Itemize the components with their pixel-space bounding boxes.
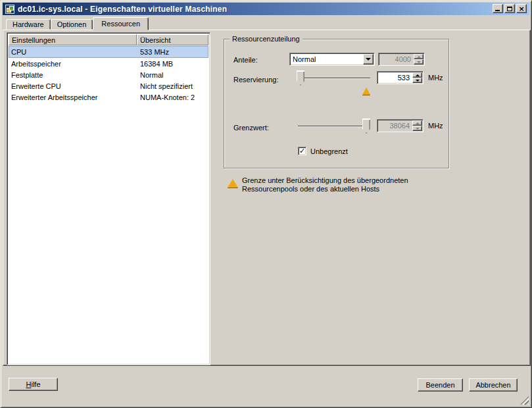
- warning-triangle-icon: [228, 179, 238, 188]
- grenzwert-spinner: 38064: [377, 119, 423, 132]
- list-item-erweiterter-arbeitsspeicher[interactable]: Erweiterter Arbeitsspeicher NUMA-Knoten:…: [9, 91, 208, 103]
- maximize-button[interactable]: [504, 4, 515, 13]
- column-header-uebersicht[interactable]: Übersicht: [137, 34, 208, 45]
- spin-down-button: [414, 59, 423, 64]
- spin-down-icon: [416, 128, 420, 130]
- grenzwert-slider-thumb[interactable]: [362, 118, 370, 134]
- help-button[interactable]: Hilfe: [9, 378, 58, 391]
- spin-down-icon: [417, 61, 421, 63]
- tab-label: Ressourcen: [101, 20, 140, 28]
- spin-down-button: [412, 126, 422, 131]
- tab-label: Optionen: [57, 20, 87, 28]
- spin-up-button[interactable]: [412, 72, 422, 78]
- vm-properties-dialog: dc01.ic-sys.local - Eigenschaften virtue…: [0, 0, 532, 408]
- spin-up-icon: [416, 74, 420, 76]
- reservierung-slider-thumb[interactable]: [297, 70, 304, 86]
- grenzwert-unit: MHz: [428, 122, 443, 130]
- settings-list: Einstellungen Übersicht CPU 533 MHz Arbe…: [7, 32, 210, 365]
- anteile-label: Anteile:: [233, 56, 258, 64]
- spin-up-button: [412, 120, 422, 126]
- grenzwert-slider-track[interactable]: [298, 126, 370, 127]
- reservierung-spinner[interactable]: 533: [377, 71, 423, 84]
- column-header-einstellungen[interactable]: Einstellungen: [9, 34, 137, 45]
- spin-down-button[interactable]: [412, 78, 422, 83]
- anteile-dropdown-value: Normal: [290, 55, 362, 63]
- warning-triangle-icon: [362, 88, 370, 95]
- ressourcen-tab-page: Einstellungen Übersicht CPU 533 MHz Arbe…: [3, 30, 531, 366]
- list-item-cpu[interactable]: CPU 533 MHz: [9, 46, 208, 58]
- minimize-icon: [495, 10, 500, 11]
- minimize-button[interactable]: [493, 4, 503, 13]
- list-item-erweiterte-cpu[interactable]: Erweiterte CPU Nicht spezifiziert: [9, 80, 208, 91]
- tabstrip: Hardware Optionen Ressourcen: [6, 17, 149, 30]
- close-icon: ×: [518, 5, 524, 13]
- cancel-button[interactable]: Abbrechen: [469, 378, 518, 392]
- anteile-spinner: 4000: [378, 53, 425, 66]
- tab-ressourcen[interactable]: Ressourcen: [93, 17, 149, 30]
- settings-list-body: CPU 533 MHz Arbeitsspeicher 16384 MB Fes…: [9, 46, 208, 103]
- unbegrenzt-checkbox-row[interactable]: ✓ Unbegrenzt: [298, 147, 348, 155]
- checkmark-icon: ✓: [299, 147, 305, 155]
- warning-line-2: Ressourcenpools oder des aktuellen Hosts: [242, 185, 449, 193]
- unbegrenzt-label: Unbegrenzt: [310, 147, 348, 155]
- settings-list-header: Einstellungen Übersicht: [9, 34, 208, 45]
- spin-up-icon: [416, 122, 420, 124]
- spin-up-icon: [417, 56, 421, 58]
- limit-warning-note: Grenze unter Berücksichtigung des überge…: [226, 176, 449, 193]
- finish-button[interactable]: Beenden: [418, 378, 463, 392]
- reservierung-value[interactable]: 533: [377, 72, 412, 84]
- group-title: Ressourcenzuteilung: [230, 35, 302, 43]
- window-title: dc01.ic-sys.local - Eigenschaften virtue…: [18, 5, 227, 14]
- tab-label: Hardware: [12, 20, 44, 28]
- resize-grip[interactable]: [520, 396, 529, 405]
- list-item-arbeitsspeicher[interactable]: Arbeitsspeicher 16384 MB: [9, 58, 208, 69]
- maximize-icon: [507, 7, 512, 11]
- warning-line-1: Grenze unter Berücksichtigung des überge…: [242, 176, 449, 185]
- ressourcenzuteilung-group: Ressourcenzuteilung Anteile: Normal 4000…: [224, 39, 449, 168]
- spin-up-button: [414, 54, 423, 59]
- dropdown-button[interactable]: [363, 54, 374, 64]
- list-item-festplatte[interactable]: Festplatte Normal: [9, 69, 208, 80]
- reservierung-label: Reservierung:: [233, 76, 278, 84]
- grenzwert-label: Grenzwert:: [233, 124, 269, 132]
- grenzwert-value: 38064: [377, 120, 412, 132]
- reservierung-slider-track[interactable]: [298, 78, 370, 79]
- tab-hardware[interactable]: Hardware: [6, 19, 51, 30]
- vmware-vm-icon: [5, 5, 14, 14]
- anteile-dropdown[interactable]: Normal: [289, 53, 375, 66]
- chevron-down-icon: [366, 58, 371, 61]
- tab-optionen[interactable]: Optionen: [51, 19, 93, 30]
- spin-down-icon: [416, 80, 420, 82]
- titlebar[interactable]: dc01.ic-sys.local - Eigenschaften virtue…: [3, 3, 529, 15]
- close-button[interactable]: ×: [516, 4, 527, 13]
- reservierung-unit: MHz: [428, 74, 443, 82]
- unbegrenzt-checkbox[interactable]: ✓: [298, 147, 306, 155]
